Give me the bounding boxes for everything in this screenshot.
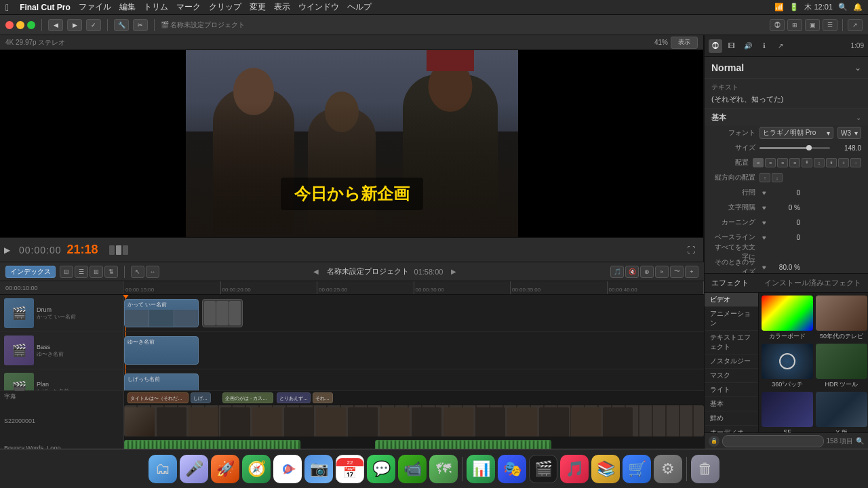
align-bottom[interactable]: ↡ — [826, 158, 837, 167]
snap-btn[interactable]: ⊕ — [640, 266, 654, 278]
menu-modify[interactable]: 変更 — [250, 1, 266, 13]
basic-expand[interactable]: ⌄ — [856, 114, 861, 121]
dock-facetime[interactable]: 📹 — [398, 455, 427, 483]
dock-calendar[interactable]: 22 📅 — [336, 455, 364, 483]
cat-sharpen[interactable]: 鮮め — [705, 411, 758, 426]
fullscreen-btn[interactable]: ⛶ — [684, 243, 698, 257]
align-center-h[interactable]: ≡ — [765, 158, 776, 167]
align-right[interactable]: ≡ — [777, 158, 788, 167]
cat-animation[interactable]: アニメーション — [705, 307, 758, 331]
menu-help[interactable]: ヘルプ — [347, 1, 372, 13]
align-justify[interactable]: ≡ — [789, 158, 800, 167]
arrow-tool[interactable]: ↖ — [131, 266, 144, 278]
dock-safari[interactable]: 🧭 — [242, 455, 271, 483]
video-preview[interactable]: 今日から新企画 — [0, 50, 703, 237]
browser-toggle[interactable]: ⊞ — [787, 19, 802, 31]
align-top[interactable]: ↟ — [802, 158, 812, 167]
trim-tool[interactable]: ↔ — [146, 266, 159, 278]
effect-thumb-hdr[interactable] — [816, 344, 867, 379]
dir-down[interactable]: ↓ — [772, 173, 783, 182]
align-minus[interactable]: − — [850, 158, 861, 167]
video-tab[interactable]: 🎞 — [725, 39, 738, 53]
tools-btn[interactable]: 🔧 — [114, 19, 129, 31]
checkmark-btn[interactable]: ✓ — [86, 19, 101, 31]
effects-search-input[interactable] — [722, 435, 824, 447]
dock-launchpad[interactable]: 🚀 — [211, 455, 239, 483]
zoom-in-btn[interactable]: + — [685, 266, 698, 278]
dock-siri[interactable]: 🎤 — [180, 455, 208, 483]
inspector-expand-btn[interactable]: ⌄ — [854, 63, 861, 73]
back-btn[interactable]: ◀ — [48, 19, 63, 31]
dock-maps[interactable]: 🗺 — [429, 455, 458, 483]
cat-light[interactable]: ライト — [705, 383, 758, 397]
subtitle-clip-2[interactable]: しげ… — [191, 392, 211, 403]
effect-item-x[interactable]: X 版 — [816, 392, 867, 432]
align-plus[interactable]: + — [838, 158, 849, 167]
audio-clip-1[interactable] — [124, 440, 300, 449]
dock-itunes[interactable]: 🎵 — [560, 455, 589, 483]
effect-thumb-sf[interactable] — [762, 392, 813, 427]
effect-thumb-colorboard[interactable] — [762, 296, 813, 331]
font-dropdown[interactable]: ヒラギノ明朝 Pro ▾ — [760, 127, 833, 139]
subtitle-clip-3[interactable]: 企画のがは - カスタム — [222, 392, 273, 403]
font-weight-dropdown[interactable]: W3 ▾ — [837, 127, 861, 139]
menu-mark[interactable]: マーク — [176, 1, 201, 13]
inspector-tab[interactable]: ⓵ — [709, 39, 722, 53]
dock-iphoto[interactable]: 📷 — [304, 455, 333, 483]
effect-item-50s[interactable]: 50年代のテレビ — [816, 296, 867, 341]
subtitle-clip-1[interactable]: タイトルは〜（それだよ、あ... — [127, 392, 189, 403]
cat-basic[interactable]: 基本 — [705, 397, 758, 411]
apple-menu[interactable]:  — [5, 2, 9, 13]
cat-text[interactable]: テキストエフェクト — [705, 331, 758, 354]
dock-systemprefs[interactable]: ⚙ — [654, 455, 682, 483]
timeline-nav-right[interactable]: ▶ — [448, 266, 459, 277]
dock-fcpx[interactable]: 🎬 — [529, 455, 557, 483]
edit-btn[interactable]: ✂ — [133, 19, 148, 31]
filmstrip-btn[interactable]: ⊟ — [60, 266, 73, 278]
clip-1-simple[interactable] — [202, 299, 243, 327]
effect-item-360[interactable]: 360°パッチ — [762, 344, 813, 389]
align-center-v[interactable]: ↕ — [814, 158, 825, 167]
sort-btn[interactable]: ⇅ — [104, 266, 118, 278]
search-icon[interactable]: 🔍 — [856, 437, 864, 445]
basic-section-header[interactable]: 基本 ⌄ — [705, 109, 868, 125]
audio-solo-btn[interactable]: 🎵 — [610, 266, 624, 278]
menu-edit[interactable]: 編集 — [119, 1, 136, 13]
effect-item-hdr[interactable]: HDR ツール — [816, 344, 867, 389]
subtitle-clip-4[interactable]: とりあえずあれ — [277, 392, 311, 403]
subtitle-clip-5[interactable]: それぞれ... — [313, 392, 333, 403]
skimming-btn[interactable]: ≈ — [655, 266, 669, 278]
maximize-button[interactable] — [27, 21, 35, 29]
view-options-btn[interactable]: 表示 — [671, 37, 698, 49]
viewer-toggle[interactable]: ▣ — [805, 19, 820, 31]
close-button[interactable] — [5, 21, 14, 29]
share-tab[interactable]: ↗ — [774, 39, 787, 53]
dock-ibooks[interactable]: 📚 — [591, 455, 620, 483]
dock-chrome[interactable] — [273, 455, 302, 483]
audio-waveform-btn[interactable]: 〜 — [670, 266, 684, 278]
size-thumb[interactable] — [806, 145, 812, 150]
cat-audio[interactable]: オーディオ — [705, 426, 758, 432]
main-video-clip[interactable] — [124, 405, 704, 436]
dock-numbers[interactable]: 📊 — [467, 455, 495, 483]
timeline-nav-left[interactable]: ◀ — [311, 266, 321, 277]
dock-appstore[interactable]: 🛒 — [623, 455, 651, 483]
effect-thumb-360[interactable] — [762, 344, 813, 379]
share-btn[interactable]: ↗ — [848, 19, 863, 31]
audio-tab[interactable]: 🔊 — [741, 39, 755, 53]
menu-file[interactable]: ファイル — [79, 1, 111, 13]
play-btn[interactable]: ▶ — [0, 243, 14, 257]
menu-clip[interactable]: クリップ — [209, 1, 241, 13]
cat-mask[interactable]: マスク — [705, 369, 758, 383]
dir-up[interactable]: ↑ — [760, 173, 770, 182]
clip-3-main[interactable]: しげっち名前 — [124, 373, 199, 390]
align-left[interactable]: ≡ — [753, 158, 764, 167]
clip-2-main[interactable]: ゆ〜き名前 — [124, 336, 199, 365]
grid-btn[interactable]: ⊞ — [90, 266, 103, 278]
timeline-toggle[interactable]: ☰ — [823, 19, 837, 31]
notification-icon[interactable]: 🔔 — [853, 3, 863, 12]
forward-btn[interactable]: ▶ — [67, 19, 82, 31]
menu-view[interactable]: 表示 — [274, 1, 290, 13]
info-tab[interactable]: ℹ — [757, 39, 771, 53]
dock-finder[interactable]: 🗂 — [149, 455, 177, 483]
